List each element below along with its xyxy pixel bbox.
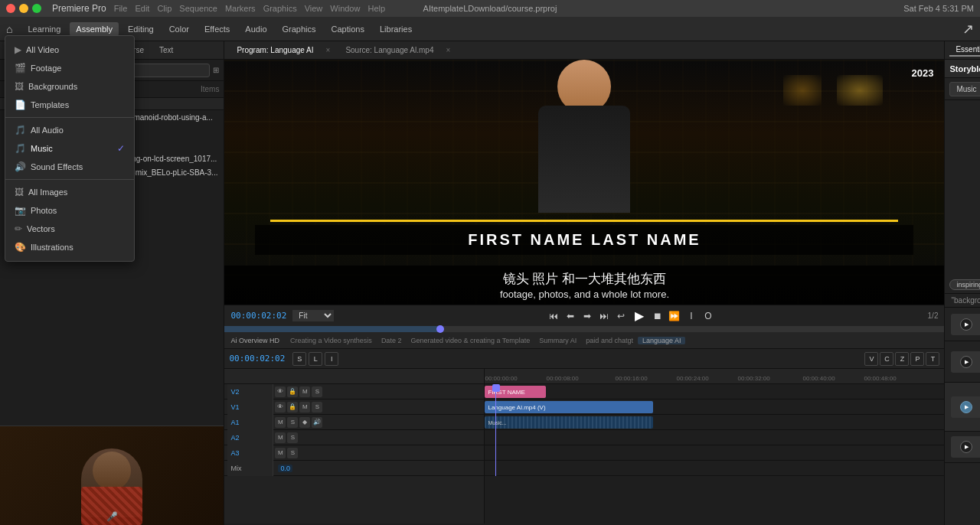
mark-out[interactable]: O (701, 309, 715, 323)
v2-solo[interactable]: S (312, 386, 322, 397)
seq-tab-4[interactable]: Generated video & creating a Template (406, 337, 534, 344)
seq-tab-2[interactable]: Creating a Video synthesis (286, 337, 377, 344)
nav-effects[interactable]: Effects (198, 22, 236, 36)
close-button[interactable] (6, 4, 15, 13)
a2-solo[interactable]: S (287, 432, 298, 443)
step-forward-button[interactable]: ➡ (580, 309, 594, 323)
play-icon: ▶ (960, 441, 972, 453)
timeline-btn-insert[interactable]: I (325, 352, 338, 366)
a3-mute[interactable]: M (275, 448, 286, 458)
menu-window[interactable]: Window (330, 4, 360, 13)
seq-tab-active[interactable]: Language AI (638, 337, 686, 344)
list-item[interactable]: ▶ Successful Person Daniel Draganov ⊕ (945, 432, 980, 463)
fit-select[interactable]: Fit 25% 50% 100% (292, 310, 334, 321)
nav-graphics[interactable]: Graphics (276, 22, 322, 36)
a3-track-row[interactable] (485, 445, 944, 461)
zoom-tool[interactable]: Z (895, 352, 909, 366)
lower-third-name: FIRST NAME LAST NAME (468, 231, 701, 248)
playhead[interactable] (495, 384, 496, 476)
subtitle-en: footage, photos, and a whole lot more. (234, 289, 935, 300)
seq-tab-3[interactable]: Date 2 (377, 337, 407, 344)
v1-solo[interactable]: S (312, 402, 322, 412)
timeline-btn-snap[interactable]: S (292, 352, 306, 366)
a2-track-row[interactable] (485, 430, 944, 445)
menu-view[interactable]: View (305, 4, 323, 13)
sequence-tabs: Ai Overview HD Creating a Video synthesi… (224, 332, 944, 349)
traffic-lights[interactable] (6, 4, 41, 13)
play-button[interactable]: ▶ (631, 308, 648, 324)
nav-color[interactable]: Color (163, 22, 195, 36)
source-tab[interactable]: Source: Language Al.mp4 (339, 44, 439, 56)
shuttle-fwd[interactable]: ⏩ (668, 309, 681, 323)
go-to-out-button[interactable]: ⏭ (597, 309, 611, 323)
nav-libraries[interactable]: Libraries (374, 22, 418, 36)
mark-in[interactable]: I (684, 309, 698, 323)
razor-tool[interactable]: C (880, 352, 893, 366)
nav-editing[interactable]: Editing (122, 22, 160, 36)
tag-1[interactable]: inspiring soft background (949, 279, 980, 290)
fraction-display: 1/2 (928, 311, 939, 320)
step-back-button[interactable]: ⬅ (564, 309, 577, 323)
v2-track-row[interactable]: FIRST NAME (485, 384, 944, 399)
v1-mute[interactable]: M (299, 402, 310, 412)
program-tab-main[interactable]: Program: Language AI (230, 44, 319, 56)
seq-tab-1[interactable]: Ai Overview HD (224, 337, 286, 344)
v1-lock[interactable]: 🔒 (287, 402, 298, 412)
main-layout: Ai course Bin: New Bin: Course Text 📁 ⊞ … (0, 41, 980, 525)
v2-eye[interactable]: 👁 (275, 386, 286, 397)
a1-solo[interactable]: S (287, 417, 298, 428)
home-icon[interactable]: ⌂ (6, 23, 12, 35)
share-icon[interactable]: ↗ (962, 21, 974, 38)
menu-markers[interactable]: Markers (225, 4, 256, 13)
menu-clip[interactable]: Clip (157, 4, 172, 13)
menu-graphics[interactable]: Graphics (263, 4, 297, 13)
mix-track-row[interactable] (485, 461, 944, 476)
scrub-bar[interactable] (224, 326, 944, 332)
timeline-area: Ai Overview HD Creating a Video synthesi… (224, 332, 944, 525)
a2-mute[interactable]: M (275, 432, 286, 443)
clip-language-ai[interactable]: Language Al.mp4 (V) (485, 401, 653, 413)
nav-audio[interactable]: Audio (239, 22, 273, 36)
shuttle-stop[interactable]: ⏹ (651, 309, 665, 323)
category-select[interactable]: Music All Video Footage Backgrounds Temp… (949, 82, 980, 96)
menu-sequence[interactable]: Sequence (179, 4, 217, 13)
v1-track-row[interactable]: Language Al.mp4 (V) (485, 399, 944, 415)
sidebar-tab-text[interactable]: Text (153, 44, 179, 56)
timeline-btn-linked[interactable]: L (309, 352, 322, 366)
layout-icon[interactable]: ⊞ (213, 66, 219, 74)
list-item[interactable]: ▶ Background Corporate ⊕ (945, 308, 980, 341)
list-item[interactable]: ▶ Cozy Atmosphere Lo-Fi 2:10 MoodMode In… (945, 383, 980, 432)
nav-captions[interactable]: Captions (325, 22, 371, 36)
v2-lock[interactable]: 🔒 (287, 386, 298, 397)
fullscreen-button[interactable] (32, 4, 41, 13)
center-area: Program: Language AI × Source: Language … (224, 41, 944, 525)
loop-button[interactable]: ↩ (614, 309, 628, 323)
essential-graphics-tab[interactable]: Essential Graphics (949, 44, 980, 57)
timeline-content[interactable]: 00:00:00:00 00:00:08:00 00:00:16:00 00:0… (485, 369, 944, 523)
go-to-in-button[interactable]: ⏮ (547, 309, 560, 323)
seq-tab-6[interactable]: paid and chatgt (581, 337, 638, 344)
type-tool[interactable]: T (926, 352, 939, 366)
minimize-button[interactable] (19, 4, 28, 13)
select-tool[interactable]: V (864, 352, 878, 366)
seq-tab-5[interactable]: Summary AI (534, 337, 581, 344)
v1-eye[interactable]: 👁 (275, 402, 286, 412)
a3-solo[interactable]: S (287, 448, 298, 458)
a1-track-row[interactable]: Music... (485, 415, 944, 430)
menu-help[interactable]: Help (368, 4, 385, 13)
clip-audio-a1[interactable]: Music... (485, 416, 653, 429)
lower-third-text: FIRST NAME LAST NAME (255, 225, 913, 255)
a1-mute[interactable]: M (275, 417, 286, 428)
scrub-thumb[interactable] (436, 325, 444, 333)
a1-vol[interactable]: 🔊 (312, 417, 322, 428)
menu-edit[interactable]: Edit (135, 4, 149, 13)
nav-assembly[interactable]: Assembly (70, 22, 119, 36)
list-item[interactable]: ▶ Timelapse Ambient Background Study Mus… (945, 341, 980, 383)
a1-keyframe[interactable]: ◆ (299, 417, 310, 428)
v2-mute[interactable]: M (299, 386, 310, 397)
result-list: ▶ Background Corporate ⊕ ▶ Timelapse Amb… (945, 308, 980, 525)
pen-tool[interactable]: P (910, 352, 924, 366)
a1-label: A1 (230, 419, 239, 426)
menu-file[interactable]: File (114, 4, 128, 13)
nav-learning[interactable]: Learning (21, 22, 67, 36)
